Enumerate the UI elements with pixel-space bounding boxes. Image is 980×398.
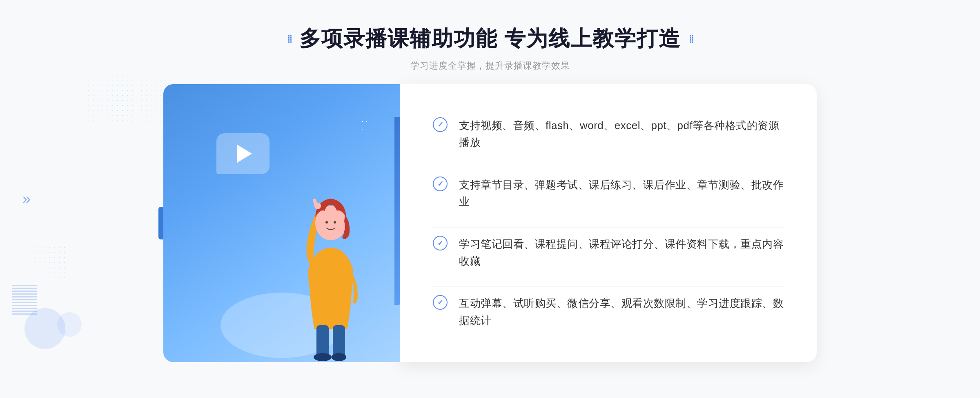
page-container: » ⁞⁞ 多项录播课辅助功能 专为线上教学打造 ⁞⁞ 学习进度全掌握，提升录播课… xyxy=(0,0,980,398)
check-icon-3: ✓ xyxy=(437,239,443,247)
svg-point-2 xyxy=(325,221,328,224)
svg-point-3 xyxy=(334,221,336,224)
content-panel: ✓ 支持视频、音频、flash、word、excel、ppt、pdf等各种格式的… xyxy=(400,84,817,362)
check-icon-1: ✓ xyxy=(437,121,443,128)
check-icon-4: ✓ xyxy=(437,299,443,306)
check-circle-3: ✓ xyxy=(433,236,448,250)
page-title: 多项录播课辅助功能 专为线上教学打造 xyxy=(299,25,681,53)
person-illustration xyxy=(270,133,392,362)
play-bubble xyxy=(216,133,270,174)
svg-point-7 xyxy=(332,353,346,361)
page-subtitle: 学习进度全掌握，提升录播课教学效果 xyxy=(0,60,980,72)
svg-point-6 xyxy=(314,353,332,361)
feature-text-4: 互动弹幕、试听购买、微信分享、观看次数限制、学习进度跟踪、数据统计 xyxy=(459,295,784,329)
vertical-bar xyxy=(394,117,400,305)
feature-text-2: 支持章节目录、弹题考试、课后练习、课后作业、章节测验、批改作业 xyxy=(459,177,784,210)
illustration-card: · ·· xyxy=(163,84,400,362)
title-dots-left: ⁞⁞ xyxy=(287,32,291,46)
check-circle-1: ✓ xyxy=(433,117,448,132)
main-content: · ·· xyxy=(163,84,817,362)
page-left-arrows: » xyxy=(22,190,31,208)
feature-text-3: 学习笔记回看、课程提问、课程评论打分、课件资料下载，重点内容收藏 xyxy=(459,236,784,270)
circle-decoration-1 xyxy=(24,308,65,349)
feature-item-1: ✓ 支持视频、音频、flash、word、excel、ppt、pdf等各种格式的… xyxy=(433,109,784,159)
play-icon xyxy=(237,145,252,163)
feature-text-1: 支持视频、音频、flash、word、excel、ppt、pdf等各种格式的资源… xyxy=(459,117,784,151)
header-section: ⁞⁞ 多项录播课辅助功能 专为线上教学打造 ⁞⁞ 学习进度全掌握，提升录播课教学… xyxy=(0,0,980,84)
feature-item-3: ✓ 学习笔记回看、课程提问、课程评论打分、课件资料下载，重点内容收藏 xyxy=(433,227,784,278)
check-icon-2: ✓ xyxy=(437,180,443,188)
title-dots-right: ⁞⁞ xyxy=(689,32,693,46)
feature-item-2: ✓ 支持章节目录、弹题考试、课后练习、课后作业、章节测验、批改作业 xyxy=(433,168,784,219)
stripe-decoration xyxy=(12,284,37,316)
dot-pattern-3 xyxy=(33,245,65,278)
circle-decoration-2 xyxy=(57,312,82,337)
star-decoration: · ·· xyxy=(361,117,368,134)
check-circle-2: ✓ xyxy=(433,177,448,191)
check-circle-4: ✓ xyxy=(433,295,448,310)
blue-side-tab xyxy=(158,207,163,239)
feature-item-4: ✓ 互动弹幕、试听购买、微信分享、观看次数限制、学习进度跟踪、数据统计 xyxy=(433,286,784,337)
title-wrapper: ⁞⁞ 多项录播课辅助功能 专为线上教学打造 ⁞⁞ xyxy=(0,25,980,53)
